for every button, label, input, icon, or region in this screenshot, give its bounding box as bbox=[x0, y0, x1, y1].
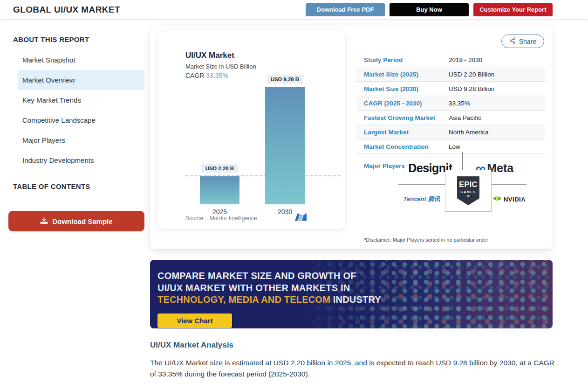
nvidia-logo: NVIDIA bbox=[492, 185, 526, 214]
analysis-paragraph: The UI/UX Market size is estimated at US… bbox=[150, 357, 554, 380]
market-size-chart: UI/UX Market Market Size in USD Billion … bbox=[157, 30, 346, 230]
chart-source: Source : Mordor Intelligence bbox=[185, 215, 257, 222]
sidebar-item-major-players[interactable]: Major Players bbox=[18, 130, 144, 150]
report-summary: Share Study Period 2019 - 2030 Market Si… bbox=[356, 30, 545, 243]
bar-2025: USD 2.20 B bbox=[200, 75, 239, 204]
table-row: Market Size (2025) USD 2.20 Billion bbox=[356, 67, 545, 82]
epic-games-shield-icon: EPIC GAMES bbox=[457, 176, 479, 205]
tencent-logo: Tencent 腾讯 bbox=[403, 195, 440, 203]
x-axis-label-2025: 2025 bbox=[200, 208, 239, 216]
buy-now-button[interactable]: Buy Now bbox=[390, 3, 469, 16]
major-players-disclaimer: *Disclaimer: Major Players sorted in no … bbox=[356, 237, 545, 243]
table-row: Fastest Growing Market Asia Pacific bbox=[356, 111, 545, 125]
page-title: GLOBAL UI/UX MARKET bbox=[13, 5, 120, 15]
table-row: Study Period 2019 - 2030 bbox=[356, 53, 545, 67]
download-sample-button[interactable]: Download Sample bbox=[8, 211, 144, 231]
banner-text: COMPARE MARKET SIZE AND GROWTH OF UI/UX … bbox=[157, 270, 381, 306]
sidebar-item-industry-developments[interactable]: Industry Developments bbox=[18, 150, 144, 170]
sidebar-item-market-snapshot[interactable]: Market Snapshot bbox=[18, 50, 144, 70]
table-row: Market Size (2030) USD 9.28 Billion bbox=[356, 82, 545, 96]
sidebar-item-competitive-landscape[interactable]: Competitive Landscape bbox=[18, 110, 144, 130]
download-icon bbox=[40, 217, 48, 226]
mordor-intelligence-logo bbox=[295, 213, 307, 223]
bar-2025-value-badge: USD 2.20 B bbox=[201, 164, 238, 173]
top-header: GLOBAL UI/UX MARKET Download Free PDF Bu… bbox=[0, 0, 588, 20]
bar-2030-rect bbox=[265, 87, 305, 204]
bar-2030: USD 9.28 B bbox=[265, 75, 305, 204]
about-report-heading: ABOUT THIS REPORT bbox=[13, 35, 144, 43]
table-of-contents-heading: TABLE OF CONTENTS bbox=[13, 182, 144, 190]
analysis-heading: UI/UX Market Analysis bbox=[150, 341, 554, 350]
chart-plot-area: USD 2.20 B USD 9.28 B 2025 2030 bbox=[185, 75, 324, 204]
bar-2025-rect bbox=[200, 176, 239, 204]
table-row: Largest Market North America bbox=[356, 125, 545, 139]
market-analysis-section: UI/UX Market Analysis The UI/UX Market s… bbox=[150, 341, 554, 380]
market-overview-card: UI/UX Market Market Size in USD Billion … bbox=[150, 26, 553, 249]
share-button[interactable]: Share bbox=[501, 35, 544, 48]
view-chart-button[interactable]: View Chart bbox=[157, 313, 232, 328]
share-label: Share bbox=[519, 38, 536, 45]
epic-games-logo: EPIC GAMES bbox=[445, 170, 492, 212]
compare-market-banner: COMPARE MARKET SIZE AND GROWTH OF UI/UX … bbox=[150, 260, 553, 328]
share-icon bbox=[509, 37, 516, 45]
download-free-pdf-button[interactable]: Download Free PDF bbox=[306, 3, 385, 16]
customize-report-button[interactable]: Customize Your Report bbox=[473, 3, 553, 16]
chart-subtitle: Market Size in USD Billion bbox=[185, 63, 345, 70]
banner-highlight: TECHNOLOGY, MEDIA AND TELECOM bbox=[157, 294, 330, 305]
download-sample-label: Download Sample bbox=[52, 217, 112, 225]
table-row: CAGR (2025 - 2030) 33.35% bbox=[356, 96, 545, 111]
header-actions: Download Free PDF Buy Now Customize Your… bbox=[306, 3, 553, 16]
sidebar-item-key-market-trends[interactable]: Key Market Trends bbox=[18, 90, 144, 110]
major-players-logos: Designit ∞ Meta Tencent 腾讯 NVIDIA bbox=[398, 152, 526, 214]
sidebar-item-market-overview[interactable]: Market Overview bbox=[18, 70, 144, 90]
bar-2030-value-badge: USD 9.28 B bbox=[267, 75, 303, 84]
sidebar-nav: Market Snapshot Market Overview Key Mark… bbox=[18, 50, 144, 170]
major-players-row: Major Players Designit ∞ Meta Tencent 腾讯 bbox=[356, 154, 545, 228]
chart-title: UI/UX Market bbox=[185, 51, 345, 60]
nvidia-eye-icon bbox=[492, 195, 502, 203]
sidebar: ABOUT THIS REPORT Market Snapshot Market… bbox=[0, 20, 144, 380]
